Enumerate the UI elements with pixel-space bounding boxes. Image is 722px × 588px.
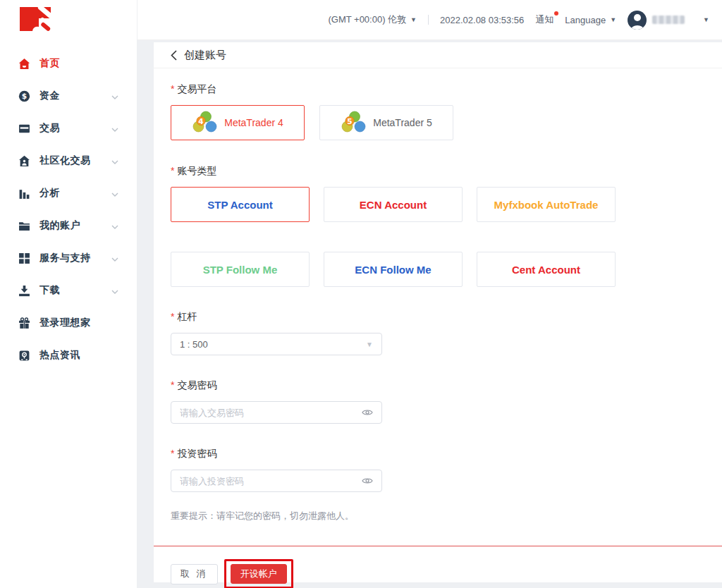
notification-dot [554,11,558,16]
dollar-icon: $ [18,90,30,102]
sidebar-item-label: 下载 [39,284,111,297]
account-type-options-row2: STP Follow Me ECN Follow Me Cent Account [171,252,705,287]
sidebar-item-label: 社区化交易 [39,154,111,167]
open-account-button[interactable]: 开设帐户 [231,564,287,584]
platform-option-label: MetaTrader 5 [373,117,432,128]
create-account-form: *交易平台 4 [154,68,722,522]
datetime-text: 2022.02.08 03:53:56 [440,15,524,25]
platform-option-mt5[interactable]: 5 MetaTrader 5 [319,105,453,140]
news-pin-icon [18,350,30,362]
user-name-redacted [652,16,685,24]
chevron-down-icon [111,123,118,134]
caret-down-icon: ▼ [410,16,417,23]
sidebar-item-label: 热点资讯 [39,349,118,362]
account-type-options-row1: STP Account ECN Account Myfxbook AutoTra… [171,187,705,222]
invest-password-field [171,470,382,492]
leverage-value: 1 : 500 [180,339,366,350]
required-asterisk: * [171,448,174,459]
account-type-label: *账号类型 [171,166,705,176]
invest-password-label: *投资密码 [171,448,705,458]
sidebar-item-analysis[interactable]: 分析 [0,177,137,209]
sidebar-item-label: 交易 [39,122,111,135]
invest-password-input[interactable] [180,476,362,486]
eye-icon[interactable] [362,408,373,417]
metatrader5-icon: 5 [341,111,366,135]
account-type-myfxbook[interactable]: Myfxbook AutoTrade [477,187,616,222]
platform-option-mt4[interactable]: 4 MetaTrader 4 [171,105,305,140]
chevron-down-icon [111,285,118,296]
main-column: (GMT +00:00) 伦敦 ▼ 2022.02.08 03:53:56 通知… [137,0,722,588]
language-label: Language [565,15,606,25]
account-type-cent[interactable]: Cent Account [477,252,616,287]
chevron-down-icon: ▼ [366,341,373,348]
timezone-selector[interactable]: (GMT +00:00) 伦敦 ▼ [328,13,417,26]
folder-icon [18,220,30,232]
chevron-down-icon [111,155,118,166]
leverage-select[interactable]: 1 : 500 ▼ [171,333,382,355]
sidebar-item-my-account[interactable]: 我的账户 [0,209,137,242]
sidebar-item-trade[interactable]: 交易 [0,112,137,145]
required-asterisk: * [171,379,174,391]
platform-option-label: MetaTrader 4 [224,117,283,128]
required-asterisk: * [171,165,174,176]
topbar: (GMT +00:00) 伦敦 ▼ 2022.02.08 03:53:56 通知… [137,0,722,40]
user-menu[interactable]: ▼ [628,11,709,30]
red-divider [154,546,722,546]
cancel-button[interactable]: 取 消 [171,564,218,584]
caret-down-icon: ▼ [703,16,709,23]
home-icon [18,58,30,70]
sidebar: 首页 $ 资金 交易 社区化交易 [0,0,137,588]
page-title: 创建账号 [184,49,226,62]
chevron-down-icon [111,220,118,231]
required-asterisk: * [171,311,174,322]
trade-password-input[interactable] [180,408,362,418]
avatar [628,11,647,30]
timezone-label: (GMT +00:00) 伦敦 [328,13,406,26]
eye-icon[interactable] [362,477,373,485]
sidebar-item-label: 分析 [39,187,111,200]
download-icon [18,285,30,297]
chevron-down-icon [111,252,118,264]
card-icon [18,123,30,135]
create-account-card: 创建账号 *交易平台 [154,42,722,582]
password-notice: 重要提示：请牢记您的密码，切勿泄露他人。 [171,510,705,522]
bar-chart-icon [18,188,30,200]
back-button[interactable] [171,50,177,61]
sidebar-menu: 首页 $ 资金 交易 社区化交易 [0,47,137,372]
notifications-label: 通知 [535,13,553,26]
sidebar-item-label: 资金 [39,90,111,102]
svg-text:5: 5 [348,116,353,125]
sidebar-item-login-lixiangjia[interactable]: 登录理想家 [0,307,137,339]
sidebar-item-hot-news[interactable]: 热点资讯 [0,339,137,372]
sidebar-item-label: 服务与支持 [39,252,111,264]
sidebar-item-funds[interactable]: $ 资金 [0,80,137,112]
language-selector[interactable]: Language ▼ [565,15,616,25]
account-type-ecn[interactable]: ECN Account [324,187,463,222]
svg-text:4: 4 [199,116,204,125]
caret-down-icon: ▼ [610,16,616,23]
account-type-ecn-follow[interactable]: ECN Follow Me [324,252,463,287]
trade-password-label: *交易密码 [171,380,705,390]
sidebar-item-download[interactable]: 下载 [0,274,137,307]
brand-logo[interactable] [20,7,137,36]
metatrader4-icon: 4 [192,111,217,135]
sidebar-item-community-trading[interactable]: 社区化交易 [0,145,137,177]
card-header: 创建账号 [154,42,722,68]
notifications-button[interactable]: 通知 [535,13,553,26]
account-type-stp-follow[interactable]: STP Follow Me [171,252,310,287]
trade-password-field [171,401,382,424]
server-datetime: 2022.02.08 03:53:56 [440,15,524,25]
sidebar-item-home[interactable]: 首页 [0,47,137,80]
sidebar-item-service-support[interactable]: 服务与支持 [0,242,137,274]
sidebar-item-label: 登录理想家 [39,317,118,329]
required-asterisk: * [171,83,174,94]
gift-icon [18,317,30,329]
app-window: 首页 $ 资金 交易 社区化交易 [0,0,722,588]
work-area: 创建账号 *交易平台 [137,40,722,588]
grid-icon [18,252,30,264]
topbar-divider [428,15,429,25]
platform-options: 4 MetaTrader 4 [171,105,705,140]
leverage-label: *杠杆 [171,312,705,321]
account-type-stp[interactable]: STP Account [171,187,310,222]
sidebar-item-label: 首页 [39,57,118,70]
